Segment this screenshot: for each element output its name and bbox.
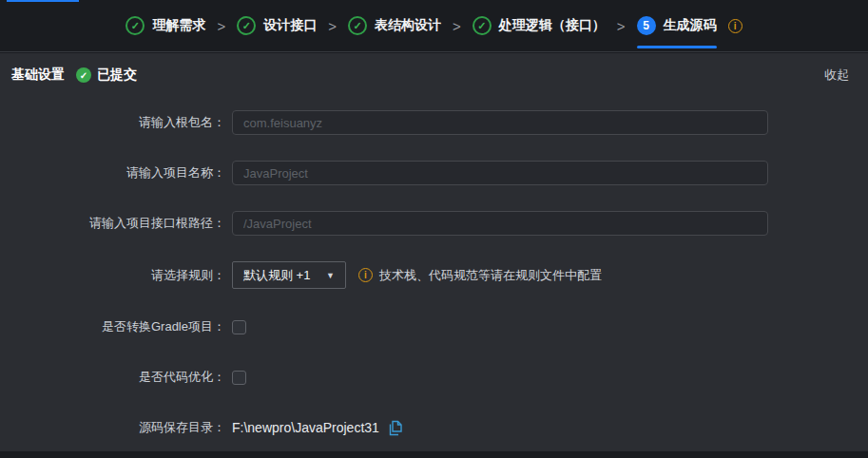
step-understand-requirements[interactable]: ✓ 理解需求 — [125, 16, 205, 35]
step-table-structure-design[interactable]: ✓ 表结构设计 — [348, 16, 441, 35]
step-label: 处理逻辑（接口） — [499, 17, 606, 34]
settings-form: 请输入根包名： 请输入项目名称： 请输入项目接口根路径： 请选择规则： 默认规则… — [11, 110, 849, 440]
step-label: 表结构设计 — [375, 17, 441, 34]
chevron-right-icon: > — [617, 18, 626, 34]
stepper-bar: ✓ 理解需求 > ✓ 设计接口 > ✓ 表结构设计 > ✓ 处理逻辑（接口） >… — [0, 0, 868, 52]
info-icon[interactable]: i — [358, 268, 373, 282]
optimize-label: 是否代码优化： — [11, 369, 225, 386]
gradle-label: 是否转换Gradle项目： — [11, 318, 225, 335]
project-name-row: 请输入项目名称： — [11, 161, 849, 185]
gradle-row: 是否转换Gradle项目： — [11, 315, 849, 339]
optimize-checkbox[interactable] — [232, 371, 246, 385]
step-number-badge: 5 — [637, 16, 656, 35]
project-name-input[interactable] — [232, 161, 768, 185]
top-tab-indicator — [7, 0, 79, 2]
panel-header: 基础设置 ✓ 已提交 收起 — [11, 67, 849, 84]
step-design-api[interactable]: ✓ 设计接口 — [237, 16, 317, 35]
check-circle-icon: ✓ — [348, 16, 367, 35]
project-name-label: 请输入项目名称： — [11, 164, 225, 181]
rule-hint-text: 技术栈、代码规范等请在规则文件中配置 — [379, 267, 602, 284]
optimize-row: 是否代码优化： — [11, 365, 849, 390]
current-step-underline — [637, 46, 717, 48]
caret-down-icon: ▼ — [326, 271, 335, 280]
chevron-right-icon: > — [453, 18, 461, 34]
stepper: ✓ 理解需求 > ✓ 设计接口 > ✓ 表结构设计 > ✓ 处理逻辑（接口） >… — [125, 16, 742, 35]
api-root-path-label: 请输入项目接口根路径： — [11, 215, 225, 232]
save-dir-value: F:\newpro\JavaProject31 — [232, 420, 379, 435]
root-package-input[interactable] — [232, 110, 768, 135]
step-label: 理解需求 — [152, 17, 205, 34]
save-dir-label: 源码保存目录： — [11, 419, 225, 436]
step-processing-logic[interactable]: ✓ 处理逻辑（接口） — [473, 16, 606, 35]
api-root-path-row: 请输入项目接口根路径： — [11, 211, 849, 236]
check-icon: ✓ — [76, 67, 91, 83]
rule-select[interactable]: 默认规则 +1 ▼ — [232, 261, 346, 289]
rule-row: 请选择规则： 默认规则 +1 ▼ i 技术栈、代码规范等请在规则文件中配置 — [11, 261, 849, 289]
info-icon[interactable]: i — [728, 19, 743, 33]
chevron-right-icon: > — [328, 18, 337, 34]
rule-hint: i 技术栈、代码规范等请在规则文件中配置 — [358, 267, 602, 284]
save-dir-row: 源码保存目录： F:\newpro\JavaProject31 — [11, 415, 849, 440]
rule-select-value: 默认规则 +1 — [243, 267, 310, 284]
basic-settings-panel: 基础设置 ✓ 已提交 收起 请输入根包名： 请输入项目名称： 请输入项目接口根路… — [0, 53, 868, 451]
gradle-checkbox[interactable] — [232, 320, 246, 334]
check-circle-icon: ✓ — [125, 16, 145, 35]
step-generate-source[interactable]: 5 生成源码 i — [637, 16, 743, 35]
current-step: 5 生成源码 — [637, 16, 717, 35]
root-package-row: 请输入根包名： — [11, 110, 849, 135]
check-circle-icon: ✓ — [473, 16, 492, 35]
api-root-path-input[interactable] — [232, 211, 768, 236]
rule-label: 请选择规则： — [11, 267, 225, 284]
collapse-button[interactable]: 收起 — [824, 67, 849, 84]
copy-icon[interactable] — [388, 420, 403, 436]
submitted-badge-label: 已提交 — [97, 67, 137, 84]
submitted-badge: ✓ 已提交 — [76, 67, 137, 84]
root-package-label: 请输入根包名： — [11, 114, 225, 131]
step-label: 设计接口 — [263, 17, 317, 34]
step-label: 生成源码 — [664, 17, 717, 34]
panel-title: 基础设置 — [11, 67, 65, 84]
chevron-right-icon: > — [217, 18, 225, 34]
check-circle-icon: ✓ — [237, 16, 256, 35]
